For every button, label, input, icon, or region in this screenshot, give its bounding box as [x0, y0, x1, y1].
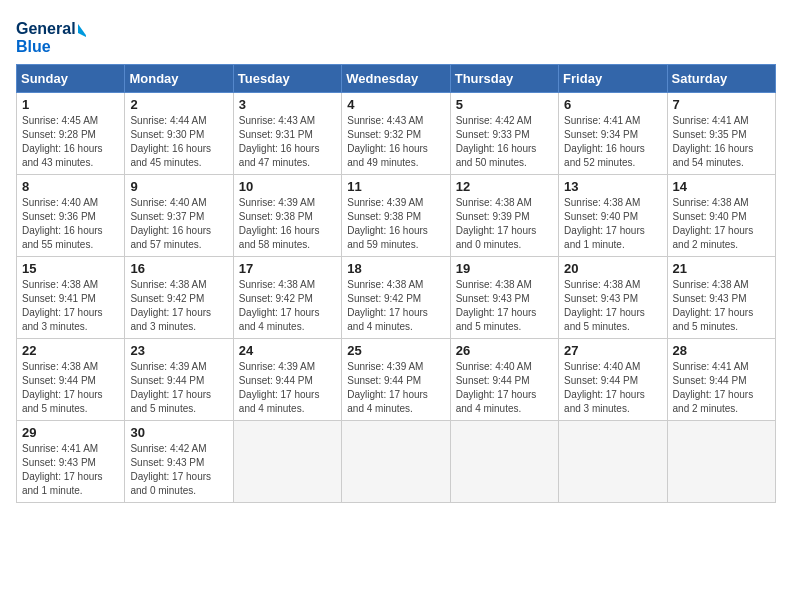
day-number: 14 — [673, 179, 770, 194]
day-info: Sunrise: 4:39 AMSunset: 9:44 PMDaylight:… — [239, 360, 336, 416]
svg-text:General: General — [16, 20, 76, 37]
calendar-cell — [342, 421, 450, 503]
day-number: 28 — [673, 343, 770, 358]
svg-marker-2 — [78, 24, 86, 38]
calendar-cell: 11Sunrise: 4:39 AMSunset: 9:38 PMDayligh… — [342, 175, 450, 257]
calendar-cell — [450, 421, 558, 503]
week-row-1: 1Sunrise: 4:45 AMSunset: 9:28 PMDaylight… — [17, 93, 776, 175]
day-number: 22 — [22, 343, 119, 358]
day-number: 10 — [239, 179, 336, 194]
day-header-thursday: Thursday — [450, 65, 558, 93]
calendar-cell: 5Sunrise: 4:42 AMSunset: 9:33 PMDaylight… — [450, 93, 558, 175]
day-number: 17 — [239, 261, 336, 276]
day-number: 20 — [564, 261, 661, 276]
calendar-cell: 2Sunrise: 4:44 AMSunset: 9:30 PMDaylight… — [125, 93, 233, 175]
calendar-table: SundayMondayTuesdayWednesdayThursdayFrid… — [16, 64, 776, 503]
day-info: Sunrise: 4:38 AMSunset: 9:43 PMDaylight:… — [564, 278, 661, 334]
calendar-cell: 29Sunrise: 4:41 AMSunset: 9:43 PMDayligh… — [17, 421, 125, 503]
day-number: 13 — [564, 179, 661, 194]
calendar-cell: 16Sunrise: 4:38 AMSunset: 9:42 PMDayligh… — [125, 257, 233, 339]
calendar-cell: 28Sunrise: 4:41 AMSunset: 9:44 PMDayligh… — [667, 339, 775, 421]
day-number: 18 — [347, 261, 444, 276]
day-number: 12 — [456, 179, 553, 194]
logo-svg: General Blue — [16, 16, 86, 56]
day-number: 16 — [130, 261, 227, 276]
day-number: 25 — [347, 343, 444, 358]
day-number: 21 — [673, 261, 770, 276]
day-number: 5 — [456, 97, 553, 112]
calendar-cell: 21Sunrise: 4:38 AMSunset: 9:43 PMDayligh… — [667, 257, 775, 339]
day-info: Sunrise: 4:39 AMSunset: 9:38 PMDaylight:… — [347, 196, 444, 252]
calendar-cell: 27Sunrise: 4:40 AMSunset: 9:44 PMDayligh… — [559, 339, 667, 421]
week-row-4: 22Sunrise: 4:38 AMSunset: 9:44 PMDayligh… — [17, 339, 776, 421]
day-info: Sunrise: 4:40 AMSunset: 9:36 PMDaylight:… — [22, 196, 119, 252]
day-number: 23 — [130, 343, 227, 358]
calendar-cell: 15Sunrise: 4:38 AMSunset: 9:41 PMDayligh… — [17, 257, 125, 339]
calendar-cell: 12Sunrise: 4:38 AMSunset: 9:39 PMDayligh… — [450, 175, 558, 257]
calendar-cell: 9Sunrise: 4:40 AMSunset: 9:37 PMDaylight… — [125, 175, 233, 257]
calendar-cell: 23Sunrise: 4:39 AMSunset: 9:44 PMDayligh… — [125, 339, 233, 421]
day-number: 24 — [239, 343, 336, 358]
day-number: 3 — [239, 97, 336, 112]
calendar-cell: 14Sunrise: 4:38 AMSunset: 9:40 PMDayligh… — [667, 175, 775, 257]
calendar-cell: 8Sunrise: 4:40 AMSunset: 9:36 PMDaylight… — [17, 175, 125, 257]
day-info: Sunrise: 4:44 AMSunset: 9:30 PMDaylight:… — [130, 114, 227, 170]
day-header-monday: Monday — [125, 65, 233, 93]
day-info: Sunrise: 4:40 AMSunset: 9:44 PMDaylight:… — [456, 360, 553, 416]
day-number: 15 — [22, 261, 119, 276]
calendar-cell: 19Sunrise: 4:38 AMSunset: 9:43 PMDayligh… — [450, 257, 558, 339]
day-info: Sunrise: 4:39 AMSunset: 9:44 PMDaylight:… — [347, 360, 444, 416]
calendar-cell: 18Sunrise: 4:38 AMSunset: 9:42 PMDayligh… — [342, 257, 450, 339]
calendar-cell: 25Sunrise: 4:39 AMSunset: 9:44 PMDayligh… — [342, 339, 450, 421]
day-info: Sunrise: 4:41 AMSunset: 9:44 PMDaylight:… — [673, 360, 770, 416]
day-info: Sunrise: 4:38 AMSunset: 9:42 PMDaylight:… — [239, 278, 336, 334]
day-info: Sunrise: 4:38 AMSunset: 9:43 PMDaylight:… — [673, 278, 770, 334]
day-info: Sunrise: 4:41 AMSunset: 9:35 PMDaylight:… — [673, 114, 770, 170]
day-info: Sunrise: 4:43 AMSunset: 9:32 PMDaylight:… — [347, 114, 444, 170]
day-info: Sunrise: 4:42 AMSunset: 9:43 PMDaylight:… — [130, 442, 227, 498]
day-header-sunday: Sunday — [17, 65, 125, 93]
week-row-5: 29Sunrise: 4:41 AMSunset: 9:43 PMDayligh… — [17, 421, 776, 503]
day-info: Sunrise: 4:42 AMSunset: 9:33 PMDaylight:… — [456, 114, 553, 170]
calendar-cell: 1Sunrise: 4:45 AMSunset: 9:28 PMDaylight… — [17, 93, 125, 175]
calendar-body: 1Sunrise: 4:45 AMSunset: 9:28 PMDaylight… — [17, 93, 776, 503]
week-row-2: 8Sunrise: 4:40 AMSunset: 9:36 PMDaylight… — [17, 175, 776, 257]
day-info: Sunrise: 4:39 AMSunset: 9:38 PMDaylight:… — [239, 196, 336, 252]
day-info: Sunrise: 4:41 AMSunset: 9:43 PMDaylight:… — [22, 442, 119, 498]
day-number: 30 — [130, 425, 227, 440]
header: General Blue — [16, 16, 776, 56]
calendar-cell: 7Sunrise: 4:41 AMSunset: 9:35 PMDaylight… — [667, 93, 775, 175]
logo: General Blue — [16, 16, 86, 56]
calendar-cell — [559, 421, 667, 503]
day-number: 19 — [456, 261, 553, 276]
day-info: Sunrise: 4:38 AMSunset: 9:41 PMDaylight:… — [22, 278, 119, 334]
day-header-tuesday: Tuesday — [233, 65, 341, 93]
day-info: Sunrise: 4:43 AMSunset: 9:31 PMDaylight:… — [239, 114, 336, 170]
day-info: Sunrise: 4:38 AMSunset: 9:40 PMDaylight:… — [564, 196, 661, 252]
day-number: 4 — [347, 97, 444, 112]
day-number: 27 — [564, 343, 661, 358]
day-number: 1 — [22, 97, 119, 112]
day-info: Sunrise: 4:40 AMSunset: 9:37 PMDaylight:… — [130, 196, 227, 252]
day-number: 2 — [130, 97, 227, 112]
calendar-cell — [233, 421, 341, 503]
day-number: 11 — [347, 179, 444, 194]
calendar-cell: 4Sunrise: 4:43 AMSunset: 9:32 PMDaylight… — [342, 93, 450, 175]
day-info: Sunrise: 4:38 AMSunset: 9:40 PMDaylight:… — [673, 196, 770, 252]
day-info: Sunrise: 4:45 AMSunset: 9:28 PMDaylight:… — [22, 114, 119, 170]
day-info: Sunrise: 4:38 AMSunset: 9:42 PMDaylight:… — [130, 278, 227, 334]
calendar-cell — [667, 421, 775, 503]
day-info: Sunrise: 4:38 AMSunset: 9:43 PMDaylight:… — [456, 278, 553, 334]
calendar-cell: 13Sunrise: 4:38 AMSunset: 9:40 PMDayligh… — [559, 175, 667, 257]
day-number: 7 — [673, 97, 770, 112]
day-number: 29 — [22, 425, 119, 440]
calendar-cell: 30Sunrise: 4:42 AMSunset: 9:43 PMDayligh… — [125, 421, 233, 503]
day-number: 6 — [564, 97, 661, 112]
week-row-3: 15Sunrise: 4:38 AMSunset: 9:41 PMDayligh… — [17, 257, 776, 339]
calendar-cell: 24Sunrise: 4:39 AMSunset: 9:44 PMDayligh… — [233, 339, 341, 421]
day-header-saturday: Saturday — [667, 65, 775, 93]
day-info: Sunrise: 4:38 AMSunset: 9:39 PMDaylight:… — [456, 196, 553, 252]
day-number: 9 — [130, 179, 227, 194]
calendar-cell: 10Sunrise: 4:39 AMSunset: 9:38 PMDayligh… — [233, 175, 341, 257]
calendar-cell: 20Sunrise: 4:38 AMSunset: 9:43 PMDayligh… — [559, 257, 667, 339]
